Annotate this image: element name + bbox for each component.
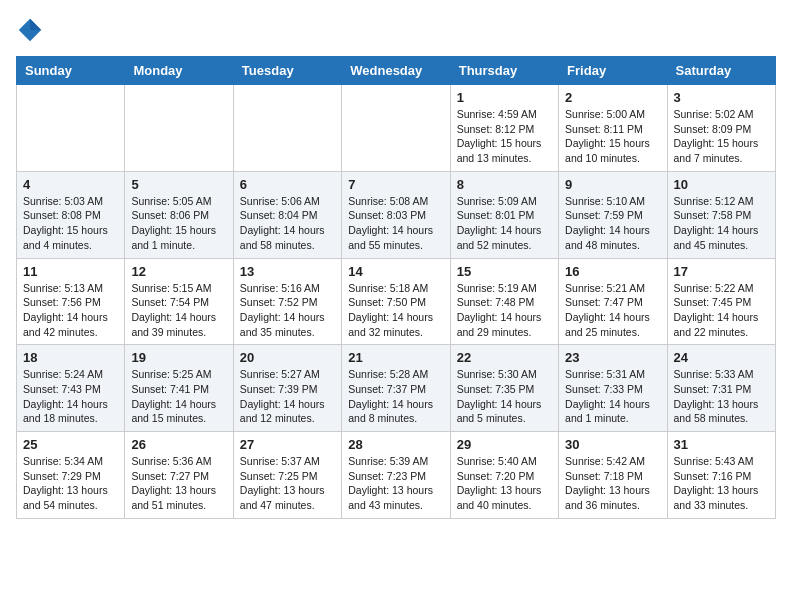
day-info: Sunrise: 5:12 AM Sunset: 7:58 PM Dayligh… bbox=[674, 194, 769, 253]
week-row-3: 11Sunrise: 5:13 AM Sunset: 7:56 PM Dayli… bbox=[17, 258, 776, 345]
day-number: 15 bbox=[457, 264, 552, 279]
page-header bbox=[16, 16, 776, 44]
calendar-cell: 31Sunrise: 5:43 AM Sunset: 7:16 PM Dayli… bbox=[667, 432, 775, 519]
day-info: Sunrise: 5:33 AM Sunset: 7:31 PM Dayligh… bbox=[674, 367, 769, 426]
day-info: Sunrise: 5:10 AM Sunset: 7:59 PM Dayligh… bbox=[565, 194, 660, 253]
calendar-cell: 20Sunrise: 5:27 AM Sunset: 7:39 PM Dayli… bbox=[233, 345, 341, 432]
day-info: Sunrise: 5:03 AM Sunset: 8:08 PM Dayligh… bbox=[23, 194, 118, 253]
day-number: 22 bbox=[457, 350, 552, 365]
calendar-cell: 10Sunrise: 5:12 AM Sunset: 7:58 PM Dayli… bbox=[667, 171, 775, 258]
logo bbox=[16, 16, 48, 44]
calendar-cell: 11Sunrise: 5:13 AM Sunset: 7:56 PM Dayli… bbox=[17, 258, 125, 345]
calendar-cell: 14Sunrise: 5:18 AM Sunset: 7:50 PM Dayli… bbox=[342, 258, 450, 345]
calendar-cell: 18Sunrise: 5:24 AM Sunset: 7:43 PM Dayli… bbox=[17, 345, 125, 432]
day-info: Sunrise: 5:39 AM Sunset: 7:23 PM Dayligh… bbox=[348, 454, 443, 513]
calendar-cell: 4Sunrise: 5:03 AM Sunset: 8:08 PM Daylig… bbox=[17, 171, 125, 258]
calendar-cell: 22Sunrise: 5:30 AM Sunset: 7:35 PM Dayli… bbox=[450, 345, 558, 432]
day-info: Sunrise: 5:06 AM Sunset: 8:04 PM Dayligh… bbox=[240, 194, 335, 253]
day-info: Sunrise: 5:16 AM Sunset: 7:52 PM Dayligh… bbox=[240, 281, 335, 340]
day-number: 2 bbox=[565, 90, 660, 105]
day-info: Sunrise: 5:18 AM Sunset: 7:50 PM Dayligh… bbox=[348, 281, 443, 340]
calendar-cell: 29Sunrise: 5:40 AM Sunset: 7:20 PM Dayli… bbox=[450, 432, 558, 519]
day-info: Sunrise: 5:42 AM Sunset: 7:18 PM Dayligh… bbox=[565, 454, 660, 513]
calendar-cell bbox=[233, 85, 341, 172]
calendar-cell: 21Sunrise: 5:28 AM Sunset: 7:37 PM Dayli… bbox=[342, 345, 450, 432]
week-row-2: 4Sunrise: 5:03 AM Sunset: 8:08 PM Daylig… bbox=[17, 171, 776, 258]
logo-icon bbox=[16, 16, 44, 44]
calendar-cell: 6Sunrise: 5:06 AM Sunset: 8:04 PM Daylig… bbox=[233, 171, 341, 258]
calendar-cell: 9Sunrise: 5:10 AM Sunset: 7:59 PM Daylig… bbox=[559, 171, 667, 258]
day-info: Sunrise: 5:00 AM Sunset: 8:11 PM Dayligh… bbox=[565, 107, 660, 166]
column-header-thursday: Thursday bbox=[450, 57, 558, 85]
day-info: Sunrise: 5:25 AM Sunset: 7:41 PM Dayligh… bbox=[131, 367, 226, 426]
week-row-1: 1Sunrise: 4:59 AM Sunset: 8:12 PM Daylig… bbox=[17, 85, 776, 172]
day-info: Sunrise: 5:34 AM Sunset: 7:29 PM Dayligh… bbox=[23, 454, 118, 513]
day-info: Sunrise: 5:09 AM Sunset: 8:01 PM Dayligh… bbox=[457, 194, 552, 253]
day-info: Sunrise: 5:43 AM Sunset: 7:16 PM Dayligh… bbox=[674, 454, 769, 513]
day-info: Sunrise: 5:08 AM Sunset: 8:03 PM Dayligh… bbox=[348, 194, 443, 253]
calendar-table: SundayMondayTuesdayWednesdayThursdayFrid… bbox=[16, 56, 776, 519]
column-header-friday: Friday bbox=[559, 57, 667, 85]
day-number: 20 bbox=[240, 350, 335, 365]
column-header-tuesday: Tuesday bbox=[233, 57, 341, 85]
calendar-cell: 28Sunrise: 5:39 AM Sunset: 7:23 PM Dayli… bbox=[342, 432, 450, 519]
day-number: 19 bbox=[131, 350, 226, 365]
day-number: 30 bbox=[565, 437, 660, 452]
day-info: Sunrise: 5:40 AM Sunset: 7:20 PM Dayligh… bbox=[457, 454, 552, 513]
calendar-cell: 16Sunrise: 5:21 AM Sunset: 7:47 PM Dayli… bbox=[559, 258, 667, 345]
day-number: 23 bbox=[565, 350, 660, 365]
calendar-cell bbox=[17, 85, 125, 172]
day-number: 5 bbox=[131, 177, 226, 192]
week-row-4: 18Sunrise: 5:24 AM Sunset: 7:43 PM Dayli… bbox=[17, 345, 776, 432]
day-number: 28 bbox=[348, 437, 443, 452]
day-info: Sunrise: 5:30 AM Sunset: 7:35 PM Dayligh… bbox=[457, 367, 552, 426]
day-info: Sunrise: 5:02 AM Sunset: 8:09 PM Dayligh… bbox=[674, 107, 769, 166]
calendar-cell: 5Sunrise: 5:05 AM Sunset: 8:06 PM Daylig… bbox=[125, 171, 233, 258]
calendar-cell: 13Sunrise: 5:16 AM Sunset: 7:52 PM Dayli… bbox=[233, 258, 341, 345]
day-info: Sunrise: 5:19 AM Sunset: 7:48 PM Dayligh… bbox=[457, 281, 552, 340]
day-info: Sunrise: 5:21 AM Sunset: 7:47 PM Dayligh… bbox=[565, 281, 660, 340]
day-number: 7 bbox=[348, 177, 443, 192]
day-info: Sunrise: 5:31 AM Sunset: 7:33 PM Dayligh… bbox=[565, 367, 660, 426]
calendar-cell: 15Sunrise: 5:19 AM Sunset: 7:48 PM Dayli… bbox=[450, 258, 558, 345]
day-number: 24 bbox=[674, 350, 769, 365]
calendar-cell: 25Sunrise: 5:34 AM Sunset: 7:29 PM Dayli… bbox=[17, 432, 125, 519]
day-info: Sunrise: 5:36 AM Sunset: 7:27 PM Dayligh… bbox=[131, 454, 226, 513]
column-header-sunday: Sunday bbox=[17, 57, 125, 85]
day-number: 26 bbox=[131, 437, 226, 452]
week-row-5: 25Sunrise: 5:34 AM Sunset: 7:29 PM Dayli… bbox=[17, 432, 776, 519]
day-info: Sunrise: 5:37 AM Sunset: 7:25 PM Dayligh… bbox=[240, 454, 335, 513]
column-header-monday: Monday bbox=[125, 57, 233, 85]
column-header-saturday: Saturday bbox=[667, 57, 775, 85]
calendar-cell: 3Sunrise: 5:02 AM Sunset: 8:09 PM Daylig… bbox=[667, 85, 775, 172]
day-number: 12 bbox=[131, 264, 226, 279]
calendar-cell: 26Sunrise: 5:36 AM Sunset: 7:27 PM Dayli… bbox=[125, 432, 233, 519]
calendar-cell: 1Sunrise: 4:59 AM Sunset: 8:12 PM Daylig… bbox=[450, 85, 558, 172]
day-number: 6 bbox=[240, 177, 335, 192]
calendar-cell: 12Sunrise: 5:15 AM Sunset: 7:54 PM Dayli… bbox=[125, 258, 233, 345]
day-info: Sunrise: 5:22 AM Sunset: 7:45 PM Dayligh… bbox=[674, 281, 769, 340]
day-info: Sunrise: 5:05 AM Sunset: 8:06 PM Dayligh… bbox=[131, 194, 226, 253]
column-header-wednesday: Wednesday bbox=[342, 57, 450, 85]
day-info: Sunrise: 4:59 AM Sunset: 8:12 PM Dayligh… bbox=[457, 107, 552, 166]
day-number: 18 bbox=[23, 350, 118, 365]
day-number: 11 bbox=[23, 264, 118, 279]
day-number: 17 bbox=[674, 264, 769, 279]
day-number: 8 bbox=[457, 177, 552, 192]
calendar-header-row: SundayMondayTuesdayWednesdayThursdayFrid… bbox=[17, 57, 776, 85]
day-number: 27 bbox=[240, 437, 335, 452]
day-number: 13 bbox=[240, 264, 335, 279]
day-number: 9 bbox=[565, 177, 660, 192]
calendar-cell bbox=[342, 85, 450, 172]
calendar-cell: 17Sunrise: 5:22 AM Sunset: 7:45 PM Dayli… bbox=[667, 258, 775, 345]
calendar-cell: 23Sunrise: 5:31 AM Sunset: 7:33 PM Dayli… bbox=[559, 345, 667, 432]
day-number: 31 bbox=[674, 437, 769, 452]
day-info: Sunrise: 5:15 AM Sunset: 7:54 PM Dayligh… bbox=[131, 281, 226, 340]
calendar-cell: 2Sunrise: 5:00 AM Sunset: 8:11 PM Daylig… bbox=[559, 85, 667, 172]
day-number: 25 bbox=[23, 437, 118, 452]
day-number: 1 bbox=[457, 90, 552, 105]
day-number: 21 bbox=[348, 350, 443, 365]
day-number: 3 bbox=[674, 90, 769, 105]
day-number: 4 bbox=[23, 177, 118, 192]
day-number: 10 bbox=[674, 177, 769, 192]
